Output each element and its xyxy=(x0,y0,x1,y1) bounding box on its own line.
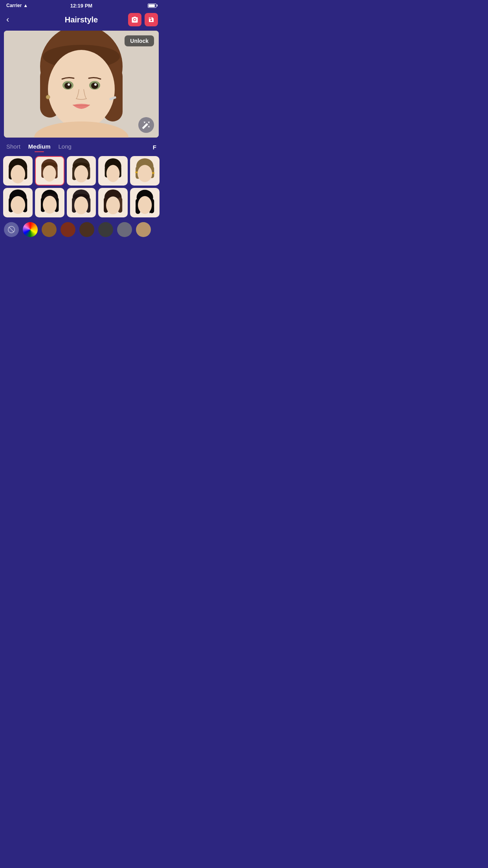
svg-point-67 xyxy=(106,196,120,214)
svg-point-26 xyxy=(43,165,56,181)
face-preview xyxy=(4,31,159,138)
svg-point-32 xyxy=(74,165,88,182)
header: ‹ Hairstyle xyxy=(0,11,163,28)
wifi-icon: ▲ xyxy=(23,3,28,8)
camera-icon xyxy=(131,16,138,23)
back-button[interactable]: ‹ xyxy=(5,14,11,26)
unlock-button[interactable]: Unlock xyxy=(125,35,154,46)
status-bar: Carrier ▲ 12:19 PM xyxy=(0,0,163,11)
svg-point-8 xyxy=(64,83,72,89)
style-item-2[interactable] xyxy=(35,156,64,186)
tab-long[interactable]: Long xyxy=(59,143,72,151)
svg-point-5 xyxy=(48,50,115,129)
svg-point-62 xyxy=(74,196,88,214)
magic-button[interactable] xyxy=(138,117,154,133)
svg-point-11 xyxy=(94,83,97,86)
color-dark-brown[interactable] xyxy=(79,222,94,237)
color-red-brown[interactable] xyxy=(61,222,75,237)
face-svg xyxy=(4,31,159,138)
svg-point-12 xyxy=(46,95,50,99)
camera-button[interactable] xyxy=(128,13,141,26)
magic-wand-icon xyxy=(142,121,150,129)
svg-line-74 xyxy=(9,227,14,232)
no-color-icon xyxy=(7,225,16,234)
style-item-7[interactable] xyxy=(35,188,64,217)
style-item-8[interactable] xyxy=(67,188,96,217)
color-dark-gray[interactable] xyxy=(98,222,113,237)
svg-point-10 xyxy=(68,83,70,86)
header-actions xyxy=(128,13,158,26)
style-item-5[interactable] xyxy=(130,156,160,186)
svg-point-20 xyxy=(11,165,25,183)
hair-thumbnail-8 xyxy=(68,189,94,216)
save-icon xyxy=(148,16,155,23)
hair-thumbnail-1 xyxy=(5,158,31,184)
main-image-area: Unlock xyxy=(4,31,159,138)
hair-thumbnail-9 xyxy=(100,189,126,216)
svg-point-9 xyxy=(91,83,98,89)
style-item-3[interactable] xyxy=(67,156,96,186)
color-tan[interactable] xyxy=(136,222,151,237)
color-medium-gray[interactable] xyxy=(117,222,132,237)
color-none[interactable] xyxy=(4,222,19,237)
svg-point-55 xyxy=(43,196,57,213)
tab-short[interactable]: Short xyxy=(6,143,20,151)
style-item-10[interactable] xyxy=(130,188,160,217)
hair-thumbnail-3 xyxy=(68,158,94,184)
svg-point-37 xyxy=(106,165,120,182)
gender-label[interactable]: F xyxy=(153,144,156,151)
style-item-6[interactable] xyxy=(3,188,33,217)
hair-thumbnail-10 xyxy=(132,189,158,216)
tab-bar: Short Medium Long F xyxy=(0,140,163,153)
carrier-label: Carrier xyxy=(6,3,22,8)
color-rainbow[interactable] xyxy=(23,222,38,237)
hair-thumbnail-7 xyxy=(37,189,63,216)
tab-medium[interactable]: Medium xyxy=(28,143,51,151)
battery-icon xyxy=(148,4,156,8)
svg-point-44 xyxy=(138,165,152,182)
style-item-9[interactable] xyxy=(98,188,128,217)
color-bar xyxy=(0,220,163,239)
style-item-1[interactable] xyxy=(3,156,33,186)
hair-thumbnail-4 xyxy=(100,158,126,184)
svg-point-72 xyxy=(138,196,152,213)
color-brown[interactable] xyxy=(42,222,57,237)
page-title: Hairstyle xyxy=(65,15,98,24)
hair-thumbnail-6 xyxy=(5,189,31,216)
style-item-4[interactable] xyxy=(98,156,128,186)
save-button[interactable] xyxy=(145,13,158,26)
time-label: 12:19 PM xyxy=(70,3,92,9)
style-grid xyxy=(0,153,163,220)
svg-point-49 xyxy=(11,196,25,213)
hair-thumbnail-2 xyxy=(37,158,62,184)
hair-thumbnail-5 xyxy=(132,158,158,184)
